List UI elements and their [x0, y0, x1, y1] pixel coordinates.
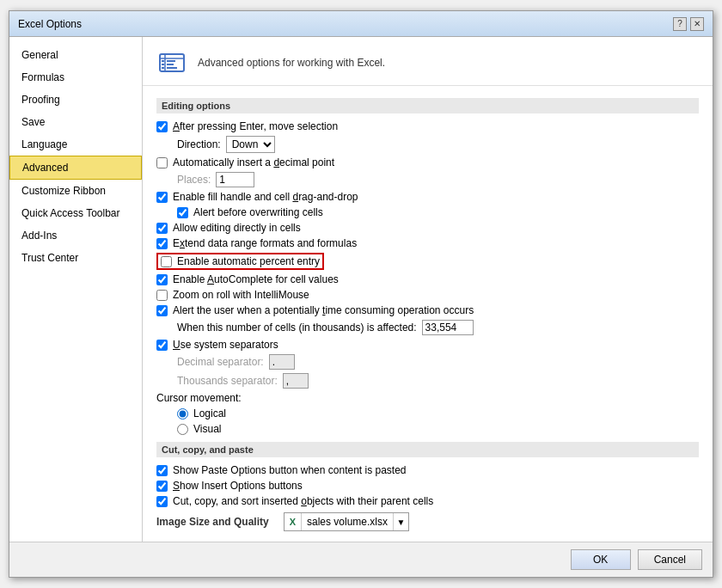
editing-section-header: Editing options	[156, 98, 699, 113]
decimal-sep-row: Decimal separator:	[156, 352, 699, 371]
zoom-roll-checkbox[interactable]	[156, 290, 168, 301]
extend-data-label: Extend data range formats and formulas	[173, 237, 357, 249]
auto-percent-row: Enable automatic percent entry	[156, 251, 699, 272]
sidebar-item-addins[interactable]: Add-Ins	[9, 224, 142, 247]
autocomplete-label: Enable AutoComplete for cell values	[173, 273, 339, 285]
visual-radio[interactable]	[177, 424, 188, 435]
extend-data-row: Extend data range formats and formulas	[156, 236, 699, 251]
sidebar-item-customize-ribbon[interactable]: Customize Ribbon	[9, 180, 142, 202]
logical-row: Logical	[156, 406, 699, 421]
help-button[interactable]: ?	[673, 17, 687, 31]
thousands-sep-input[interactable]	[283, 373, 309, 389]
zoom-roll-label: Zoom on roll with IntelliMouse	[173, 289, 309, 301]
alert-overwrite-checkbox[interactable]	[177, 207, 188, 218]
alert-time-checkbox[interactable]	[156, 305, 168, 316]
close-button[interactable]: ✕	[690, 17, 704, 31]
cut-sort-row: Cut, copy, and sort inserted objects wit…	[156, 493, 699, 509]
after-enter-checkbox[interactable]	[156, 121, 168, 132]
svg-rect-7	[162, 67, 164, 69]
places-label: Places:	[177, 174, 211, 186]
sidebar-item-formulas[interactable]: Formulas	[9, 66, 142, 89]
image-quality-row: Image Size and Quality X sales volume.xl…	[156, 509, 699, 535]
sidebar-item-quick-access[interactable]: Quick Access Toolbar	[9, 202, 142, 224]
cells-input[interactable]	[422, 320, 474, 335]
sidebar-item-trust-center[interactable]: Trust Center	[9, 247, 142, 269]
thousands-sep-label: Thousands separator:	[177, 375, 278, 387]
ok-button[interactable]: OK	[571, 549, 631, 570]
autocomplete-checkbox[interactable]	[156, 274, 168, 285]
alert-time-label: Alert the user when a potentially time c…	[173, 304, 474, 316]
auto-decimal-row: Automatically insert a decimal point	[156, 155, 699, 170]
dialog-footer: OK Cancel	[9, 542, 713, 577]
excel-options-dialog: Excel Options ? ✕ General Formulas Proof…	[9, 10, 713, 578]
file-dropdown-text: sales volume.xlsx	[302, 516, 393, 528]
svg-rect-4	[167, 60, 175, 62]
allow-editing-label: Allow editing directly in cells	[173, 222, 301, 234]
cells-row: When this number of cells (in thousands)…	[156, 318, 699, 337]
sidebar-item-language[interactable]: Language	[9, 133, 142, 156]
dropdown-arrow-icon[interactable]: ▼	[393, 513, 408, 530]
dialog-title: Excel Options	[18, 18, 82, 30]
file-dropdown[interactable]: X sales volume.xlsx ▼	[284, 512, 409, 531]
advanced-icon	[156, 47, 187, 78]
extend-data-checkbox[interactable]	[156, 238, 168, 249]
content-header: Advanced options for working with Excel.	[143, 37, 713, 86]
thousands-sep-row: Thousands separator:	[156, 371, 699, 390]
alert-time-row: Alert the user when a potentially time c…	[156, 303, 699, 318]
sidebar-item-save[interactable]: Save	[9, 111, 142, 133]
cells-label: When this number of cells (in thousands)…	[177, 322, 417, 334]
allow-editing-checkbox[interactable]	[156, 223, 168, 234]
alert-overwrite-row: Alert before overwriting cells	[156, 205, 699, 220]
scrollable-content[interactable]: Editing options After pressing Enter, mo…	[143, 86, 713, 542]
auto-decimal-label: Automatically insert a decimal point	[173, 156, 334, 168]
decimal-sep-label: Decimal separator:	[177, 356, 264, 368]
svg-rect-6	[167, 64, 174, 65]
title-controls: ? ✕	[673, 17, 704, 31]
system-sep-checkbox[interactable]	[156, 340, 168, 351]
places-row: Places:	[156, 170, 699, 189]
direction-label: Direction:	[177, 138, 221, 150]
show-paste-checkbox[interactable]	[156, 465, 168, 476]
sidebar-item-proofing[interactable]: Proofing	[9, 89, 142, 111]
image-quality-label: Image Size and Quality	[156, 516, 277, 528]
auto-percent-checkbox[interactable]	[161, 256, 172, 267]
visual-label: Visual	[193, 423, 221, 435]
show-insert-label: Show Insert Options buttons	[173, 480, 303, 492]
sidebar-item-general[interactable]: General	[9, 44, 142, 66]
dialog-body: General Formulas Proofing Save Language …	[9, 37, 713, 542]
cursor-movement-label: Cursor movement:	[156, 392, 242, 404]
fill-handle-row: Enable fill handle and cell drag-and-dro…	[156, 189, 699, 205]
fill-handle-checkbox[interactable]	[156, 192, 168, 203]
places-input[interactable]	[216, 172, 254, 187]
zoom-roll-row: Zoom on roll with IntelliMouse	[156, 287, 699, 303]
show-insert-checkbox[interactable]	[156, 481, 168, 492]
auto-decimal-checkbox[interactable]	[156, 157, 168, 168]
visual-row: Visual	[156, 421, 699, 437]
direction-select[interactable]: Down Up Left Right	[226, 136, 275, 153]
svg-rect-5	[162, 64, 164, 65]
cancel-button[interactable]: Cancel	[638, 549, 702, 570]
auto-percent-label: Enable automatic percent entry	[177, 255, 320, 267]
content-header-text: Advanced options for working with Excel.	[198, 57, 385, 69]
svg-rect-8	[167, 67, 177, 69]
logical-radio[interactable]	[177, 408, 188, 420]
after-enter-row: After pressing Enter, move selection	[156, 119, 699, 134]
cut-sort-checkbox[interactable]	[156, 496, 168, 507]
show-paste-label: Show Paste Options button when content i…	[173, 464, 407, 476]
alert-overwrite-label: Alert before overwriting cells	[193, 206, 323, 218]
excel-file-icon: X	[285, 513, 302, 530]
show-paste-row: Show Paste Options button when content i…	[156, 462, 699, 478]
direction-row: Direction: Down Up Left Right	[156, 134, 699, 155]
after-enter-label: After pressing Enter, move selection	[173, 120, 338, 132]
cut-copy-paste-header: Cut, copy, and paste	[156, 442, 699, 457]
cut-sort-label: Cut, copy, and sort inserted objects wit…	[173, 495, 433, 507]
sidebar: General Formulas Proofing Save Language …	[9, 37, 143, 542]
title-bar: Excel Options ? ✕	[9, 11, 713, 37]
autocomplete-row: Enable AutoComplete for cell values	[156, 272, 699, 287]
svg-rect-3	[162, 60, 164, 62]
fill-handle-label: Enable fill handle and cell drag-and-dro…	[173, 191, 358, 203]
auto-percent-highlighted: Enable automatic percent entry	[156, 253, 324, 270]
sidebar-item-advanced[interactable]: Advanced	[9, 156, 142, 180]
content-area: Advanced options for working with Excel.…	[143, 37, 713, 542]
decimal-sep-input[interactable]	[269, 354, 295, 370]
